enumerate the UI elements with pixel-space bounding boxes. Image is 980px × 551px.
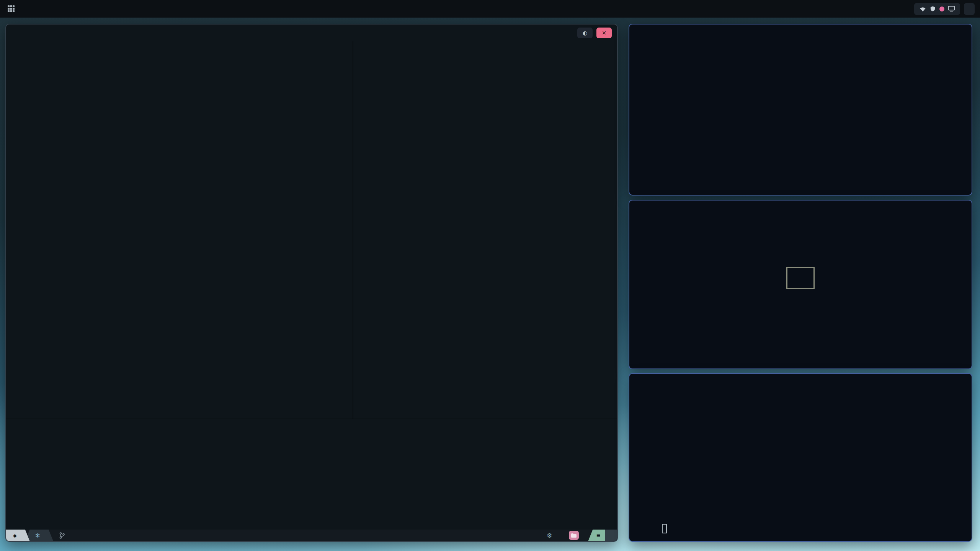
visualizer-area	[639, 32, 962, 185]
terminal-cursor	[662, 524, 667, 533]
close-window-button[interactable]: ✕	[596, 28, 612, 38]
record-dot-icon	[939, 7, 944, 11]
clock-area	[639, 208, 962, 359]
gear-icon: ⚙	[547, 532, 552, 539]
git-branch-icon	[59, 532, 65, 539]
mode-segment: ◆	[6, 530, 30, 541]
display-icon	[948, 6, 955, 12]
shell-prompt[interactable]	[641, 524, 962, 533]
top-bar	[0, 0, 980, 18]
filename-segment: ❄	[25, 530, 53, 541]
folder-icon	[571, 533, 577, 538]
sticky-icon: ◐	[583, 30, 587, 36]
editor-splits	[6, 41, 617, 419]
editor-filler	[6, 419, 617, 530]
now-playing-block-2	[639, 359, 962, 361]
statusline: ◆ ❄ ⚙ ≡	[6, 530, 617, 541]
visualizer-terminal[interactable]	[629, 24, 972, 196]
topbar-left-cluster	[5, 3, 21, 15]
project-segment	[563, 530, 589, 541]
launcher-button[interactable]	[5, 3, 17, 15]
neovim-window[interactable]: ◐ ✕ ◆ ❄ ⚙ ≡	[5, 24, 618, 542]
scroll-progress-segment: ≡	[588, 530, 617, 541]
close-icon: ✕	[602, 30, 606, 36]
shield-icon	[930, 6, 936, 12]
datetime-chip	[964, 3, 975, 15]
mode-icon: ◆	[13, 532, 17, 539]
nix-icon: ❄	[35, 532, 40, 539]
apps-grid-icon	[8, 5, 15, 12]
git-branch-segment	[53, 530, 74, 541]
editor-pane-flake[interactable]	[6, 41, 353, 419]
clock-terminal[interactable]	[629, 200, 972, 369]
lsp-segment: ⚙	[540, 530, 563, 541]
topbar-right-cluster	[910, 3, 975, 15]
fetch-terminal[interactable]	[629, 373, 972, 542]
folder-icon-badge	[569, 531, 579, 540]
titlebar-buttons: ◐ ✕	[577, 28, 612, 38]
now-playing-block-1	[639, 185, 962, 187]
system-icons-chip	[914, 3, 960, 15]
wifi-icon	[920, 6, 926, 12]
menu-icon: ≡	[588, 530, 605, 541]
seven-segment-clock	[786, 267, 815, 289]
tabline: ◐ ✕	[6, 24, 617, 41]
editor-pane-isoimage[interactable]	[353, 41, 617, 419]
scroll-progress-label	[605, 530, 617, 541]
sticky-toggle-button[interactable]: ◐	[577, 28, 593, 38]
